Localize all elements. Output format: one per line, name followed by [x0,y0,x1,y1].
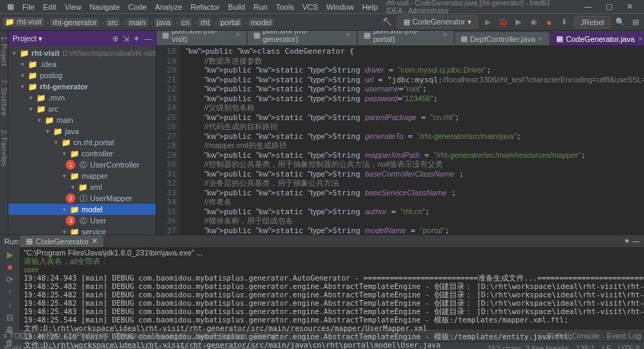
editor-tab[interactable]: ▦pom.xml (rht-generator)✕ [248,31,357,45]
tree-item[interactable]: ▾📁xml [8,181,156,193]
tree-item[interactable]: ⒾUserMapper2 [8,193,156,204]
project-tool-button[interactable]: 1: Project [0,36,8,66]
profile-icon[interactable]: ◉ [528,17,539,28]
tree-item[interactable]: ▾📁mapper [8,170,156,181]
breadcrumb-item[interactable]: main [127,18,148,27]
collapse-icon[interactable]: ✶ [133,34,140,43]
bottom-tab[interactable]: ⚠ Problems [67,331,109,340]
code-content[interactable]: "kw">public "kw">class CodeGenerator { /… [180,46,644,235]
close-tab-icon[interactable]: ✕ [638,36,643,43]
menu-tools[interactable]: Tools [271,3,298,11]
menu-refactor[interactable]: Refactor [186,3,224,11]
menu-view[interactable]: View [61,3,86,11]
editor: ▦pom.xml (rht-visit)✕▦pom.xml (rht-gener… [156,31,644,235]
editor-tab[interactable]: ▦DeptController.java✕ [455,32,550,45]
menu-code[interactable]: Code [124,3,151,11]
menu-edit[interactable]: Edit [39,3,61,11]
menu-help[interactable]: Help [358,3,382,11]
status-item: UTF-8 [618,344,640,350]
favorites-tool-button[interactable]: 2: Favorites [0,130,8,166]
hide-icon[interactable]: — [144,34,151,43]
settings-icon[interactable]: ▦ [630,17,641,28]
breadcrumb-item[interactable]: src [105,18,120,27]
breadcrumb-item[interactable]: rht-generator [50,18,99,27]
menu-analyze[interactable]: Analyze [151,3,186,11]
close-tab-icon[interactable]: ✕ [345,31,351,38]
structure-tool-button[interactable]: 7: Structure [0,80,8,116]
tree-item[interactable]: ▾📁cn.rht.portal [8,137,156,148]
debug-icon[interactable]: 🐞 [497,17,509,28]
jrebel-console-button[interactable]: JRebel Console [546,332,600,340]
menu-run[interactable]: Run [249,3,271,11]
minimize-icon[interactable]: — [580,2,596,11]
bottom-tab[interactable]: Messages [151,332,186,340]
git-icon[interactable]: ⬇ [559,17,570,28]
project-tree[interactable]: ▾📁rht-visitD:\rht\workspace\ideal\rht-vi… [8,46,156,235]
tree-item[interactable]: ▾📁main [8,114,156,126]
stop-icon[interactable]: ■ [544,17,555,28]
tree-item[interactable]: ▾📁rht-generator [8,81,156,92]
breadcrumb-item[interactable]: java [154,18,172,27]
close-tab-icon[interactable]: ✕ [91,237,98,246]
run-hide-icon[interactable]: — [632,237,640,245]
status-item: 135:1 [576,344,595,350]
breadcrumb-item[interactable]: model [248,18,274,27]
maximize-icon[interactable]: ▢ [601,2,617,11]
editor-tab[interactable]: ▦pom.xml (rht-visit)✕ [156,31,246,45]
panel-title: Project [13,34,36,43]
jrebel-badge[interactable]: JRebel [574,16,611,29]
bottom-tab[interactable]: Terminal [116,332,145,340]
menu-navigate[interactable]: Navigate [85,3,123,11]
tree-item[interactable]: ▾📁model [8,204,156,215]
bottom-tab[interactable]: ≡ TODO [3,332,31,340]
rerun-icon[interactable]: ▶ [7,250,13,260]
breadcrumb-item[interactable]: 📁 rht-visit [3,17,44,27]
build-icon[interactable]: 🔨 [382,17,393,28]
close-tab-icon[interactable]: ✕ [538,36,544,43]
breadcrumb-item[interactable]: cn [179,18,192,27]
stop-run-icon[interactable]: ■ [7,262,12,272]
menu-build[interactable]: Build [224,3,249,11]
tree-item[interactable]: ▾📁controller [8,148,156,159]
tree-item[interactable]: ⒸUser3 [8,215,156,226]
close-tab-icon[interactable]: ✕ [235,31,241,38]
tree-item[interactable]: ▾📁java [8,126,156,137]
close-tab-icon[interactable]: ✕ [442,31,448,38]
menu-file[interactable]: File [18,3,39,11]
tree-item[interactable]: ▾📁.mvn [8,92,156,103]
coverage-icon[interactable]: ▶ [513,17,524,28]
close-icon[interactable]: ✕ [622,2,637,11]
line-gutter: 18 19 20 21 22 23 24 25 26 27 28 29 30 3… [156,46,180,235]
tree-item[interactable]: ▾📁poslog [8,70,156,81]
status-item: LF [602,344,611,350]
tree-item[interactable]: ▾📁.idea [8,59,156,70]
breadcrumb-item[interactable]: portal [218,18,242,27]
menu-vcs[interactable]: VCS [298,3,322,11]
bottom-tab[interactable]: Spring [254,332,276,340]
app-icon: ▦ [3,2,18,11]
search-icon[interactable]: 🔍 [615,17,626,28]
menu-window[interactable]: Window [322,3,358,11]
breadcrumb-item[interactable]: rht [198,18,211,27]
editor-tab[interactable]: ▦CodeGenerator.java✕ [551,32,644,45]
tree-root[interactable]: ▾📁rht-visitD:\rht\workspace\ideal\rht-vi… [8,47,156,59]
select-opened-icon[interactable]: ⊕ [112,34,119,43]
run-settings-icon[interactable]: ✶ [624,237,630,245]
restart-icon[interactable]: ⟳ [6,275,13,285]
bottom-tab[interactable]: ▶ Run [38,331,60,340]
event-log-button[interactable]: Event Log [606,332,641,340]
wrap-icon[interactable]: ⊟ [6,313,13,322]
status-item: 152 chars, 3 line breaks [488,344,569,350]
editor-tab[interactable]: ▦pom.xml (rht-portal)✕ [358,31,454,45]
run-tab[interactable]: ▦ CodeGenerator ✕ [20,235,103,247]
window-title: rht-visit - CodeGenerator.java [rht-gene… [382,0,570,15]
run-icon[interactable]: ▶ [482,17,493,28]
run-config-selector[interactable]: ▦ CodeGenerator ▾ [397,15,478,29]
tree-item[interactable]: ▾📁src [8,103,156,114]
up-icon[interactable]: ↑ [8,288,12,297]
expand-icon[interactable]: ⇲ [123,34,129,43]
bottom-tab[interactable]: Java Enterprise [193,332,246,340]
tree-item[interactable]: ⒸUserController1 [8,159,156,170]
tree-item[interactable]: ▾📁service [8,226,156,235]
down-icon[interactable]: ↓ [8,300,12,310]
